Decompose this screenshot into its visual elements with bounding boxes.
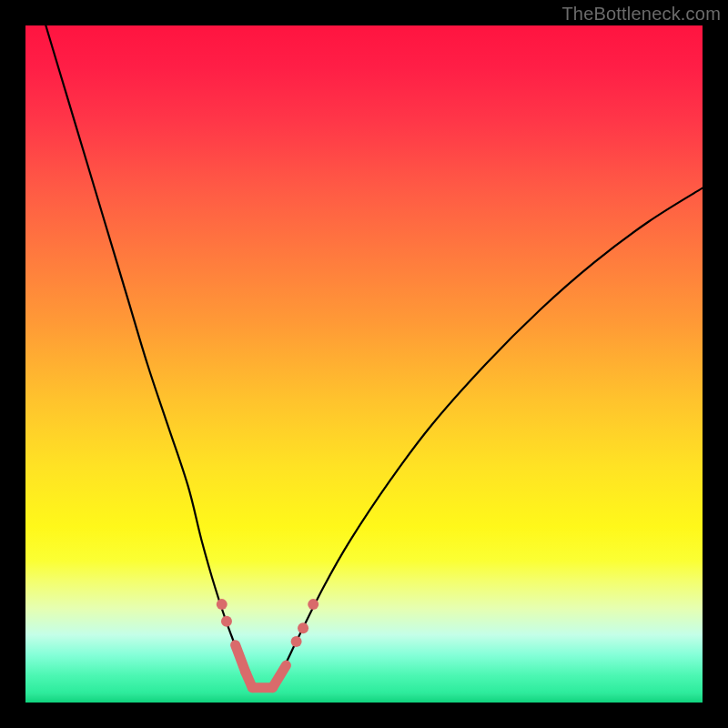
svg-point-5: [221, 616, 232, 627]
curve-markers: [217, 599, 318, 688]
svg-point-7: [298, 622, 308, 633]
watermark-text: TheBottleneck.com: [561, 4, 721, 25]
bottleneck-curve: [46, 25, 703, 691]
plot-area: [25, 25, 703, 703]
svg-line-3: [273, 665, 287, 688]
chart-frame: TheBottleneck.com: [0, 0, 728, 728]
bottleneck-curve-svg: [25, 25, 703, 703]
svg-point-8: [308, 599, 318, 610]
svg-point-4: [217, 599, 228, 610]
svg-point-6: [291, 636, 302, 647]
